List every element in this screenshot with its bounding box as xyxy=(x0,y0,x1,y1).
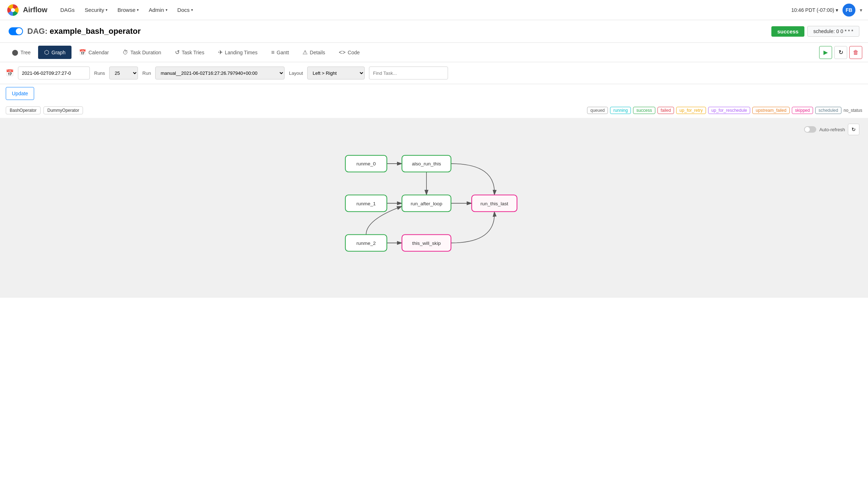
update-button[interactable]: Update xyxy=(6,87,34,100)
dag-title: DAG: example_bash_operator xyxy=(27,27,140,36)
svg-text:also_run_this: also_run_this xyxy=(412,161,441,166)
schedule-badge: schedule: 0 0 * * * xyxy=(807,26,859,37)
brand-name: Airflow xyxy=(23,6,47,14)
runs-label: Runs xyxy=(94,70,105,76)
tab-details[interactable]: ⚠ Details xyxy=(296,46,331,59)
code-icon: <> xyxy=(339,49,346,56)
svg-text:run_this_last: run_this_last xyxy=(480,201,508,206)
auto-refresh-bar: Auto-refresh ↻ xyxy=(798,121,865,138)
edge-thiswillskip-runthislast xyxy=(451,211,494,243)
security-caret-icon: ▾ xyxy=(106,8,107,12)
status-legend: queued running success failed up_for_ret… xyxy=(587,107,862,114)
auto-refresh-label: Auto-refresh xyxy=(819,127,845,132)
tab-gantt[interactable]: ≡ Gantt xyxy=(265,46,295,59)
date-calendar-icon: 📅 xyxy=(6,69,14,77)
docs-caret-icon: ▾ xyxy=(191,8,193,12)
update-row: Update xyxy=(0,84,868,103)
delete-dag-button[interactable]: 🗑 xyxy=(849,46,862,59)
status-running[interactable]: running xyxy=(610,107,631,114)
tab-task-tries[interactable]: ↺ Task Tries xyxy=(169,46,211,59)
run-dag-button[interactable]: ▶ xyxy=(819,46,832,59)
status-up-for-retry[interactable]: up_for_retry xyxy=(676,107,706,114)
nav-admin[interactable]: Admin ▾ xyxy=(144,4,172,16)
task-duration-icon: ⏱ xyxy=(123,49,128,56)
nav-docs[interactable]: Docs ▾ xyxy=(173,4,197,16)
svg-text:this_will_skip: this_will_skip xyxy=(412,241,441,246)
edge-also-runthislast xyxy=(451,164,494,195)
task-tries-icon: ↺ xyxy=(175,49,180,56)
dag-toggle[interactable] xyxy=(9,27,23,35)
status-scheduled[interactable]: scheduled xyxy=(815,107,841,114)
tree-icon: ⬤ xyxy=(12,49,18,56)
status-badge: success xyxy=(771,26,804,37)
time-display[interactable]: 10:46 PDT (-07:00) ▾ xyxy=(791,7,838,13)
tab-tree[interactable]: ⬤ Tree xyxy=(6,46,37,59)
airflow-logo-icon xyxy=(6,3,20,17)
node-runme-0[interactable]: runme_0 xyxy=(345,155,387,172)
layout-select[interactable]: Left > Right Top > Bottom xyxy=(307,67,365,79)
landing-times-icon: ✈ xyxy=(218,49,223,56)
tab-graph[interactable]: ⬡ Graph xyxy=(38,46,71,59)
main-nav: DAGs Security ▾ Browse ▾ Admin ▾ Docs ▾ xyxy=(56,4,791,16)
node-also-run-this[interactable]: also_run_this xyxy=(402,155,451,172)
svg-text:runme_1: runme_1 xyxy=(356,201,376,206)
navbar-right: 10:46 PDT (-07:00) ▾ FB ▾ xyxy=(791,4,862,17)
time-caret-icon: ▾ xyxy=(836,7,838,13)
tab-actions: ▶ ↻ 🗑 xyxy=(819,46,862,59)
legend-bar: BashOperator DummyOperator queued runnin… xyxy=(0,103,868,118)
node-run-this-last[interactable]: run_this_last xyxy=(472,195,517,211)
dag-graph-svg: runme_0 also_run_this runme_1 run_after_… xyxy=(7,125,861,276)
svg-text:runme_2: runme_2 xyxy=(356,241,376,246)
status-success[interactable]: success xyxy=(633,107,655,114)
gantt-icon: ≡ xyxy=(271,49,274,56)
layout-label: Layout xyxy=(289,70,303,76)
controls-bar: 📅 Runs 25 5 10 50 Run manual__2021-06-02… xyxy=(0,62,868,84)
status-no-status[interactable]: no_status xyxy=(844,108,862,113)
tab-code[interactable]: <> Code xyxy=(333,46,366,59)
find-task-input[interactable] xyxy=(369,67,448,79)
run-label: Run xyxy=(142,70,151,76)
operator-bash[interactable]: BashOperator xyxy=(6,106,41,114)
header-badges: success schedule: 0 0 * * * xyxy=(771,26,859,37)
navbar: Airflow DAGs Security ▾ Browse ▾ Admin ▾… xyxy=(0,0,868,20)
status-up-for-reschedule[interactable]: up_for_reschedule xyxy=(708,107,750,114)
graph-icon: ⬡ xyxy=(44,49,49,56)
browse-caret-icon: ▾ xyxy=(137,8,139,12)
graph-area: Auto-refresh ↻ runme_0 xyxy=(0,118,868,298)
nav-browse[interactable]: Browse ▾ xyxy=(113,4,143,16)
svg-text:run_after_loop: run_after_loop xyxy=(411,201,442,206)
auto-refresh-toggle[interactable] xyxy=(804,126,816,133)
runs-select[interactable]: 25 5 10 50 xyxy=(109,67,138,79)
node-run-after-loop[interactable]: run_after_loop xyxy=(402,195,451,211)
graph-refresh-button[interactable]: ↻ xyxy=(848,124,859,135)
calendar-icon: 📅 xyxy=(79,49,86,56)
nav-security[interactable]: Security ▾ xyxy=(80,4,112,16)
tabs-bar: ⬤ Tree ⬡ Graph 📅 Calendar ⏱ Task Duratio… xyxy=(0,43,868,62)
node-runme-2[interactable]: runme_2 xyxy=(345,235,387,251)
run-select[interactable]: manual__2021-06-02T16:27:26.797940+00:00 xyxy=(155,67,285,79)
admin-caret-icon: ▾ xyxy=(166,8,167,12)
page-header: DAG: example_bash_operator success sched… xyxy=(0,20,868,43)
node-runme-1[interactable]: runme_1 xyxy=(345,195,387,211)
user-avatar[interactable]: FB xyxy=(842,4,855,17)
status-queued[interactable]: queued xyxy=(587,107,608,114)
tab-calendar[interactable]: 📅 Calendar xyxy=(73,46,115,59)
status-upstream-failed[interactable]: upstream_failed xyxy=(752,107,789,114)
svg-text:runme_0: runme_0 xyxy=(356,161,376,166)
brand-logo[interactable]: Airflow xyxy=(6,3,47,17)
nav-dags[interactable]: DAGs xyxy=(56,4,79,16)
tab-task-duration[interactable]: ⏱ Task Duration xyxy=(116,46,167,59)
details-icon: ⚠ xyxy=(303,49,308,56)
user-caret-icon[interactable]: ▾ xyxy=(860,7,862,13)
date-input[interactable] xyxy=(18,67,90,79)
refresh-dag-button[interactable]: ↻ xyxy=(834,46,847,59)
status-skipped[interactable]: skipped xyxy=(792,107,813,114)
operator-dummy[interactable]: DummyOperator xyxy=(43,106,83,114)
node-this-will-skip[interactable]: this_will_skip xyxy=(402,235,451,251)
svg-point-1 xyxy=(11,8,15,12)
tab-landing-times[interactable]: ✈ Landing Times xyxy=(212,46,264,59)
status-failed[interactable]: failed xyxy=(657,107,674,114)
